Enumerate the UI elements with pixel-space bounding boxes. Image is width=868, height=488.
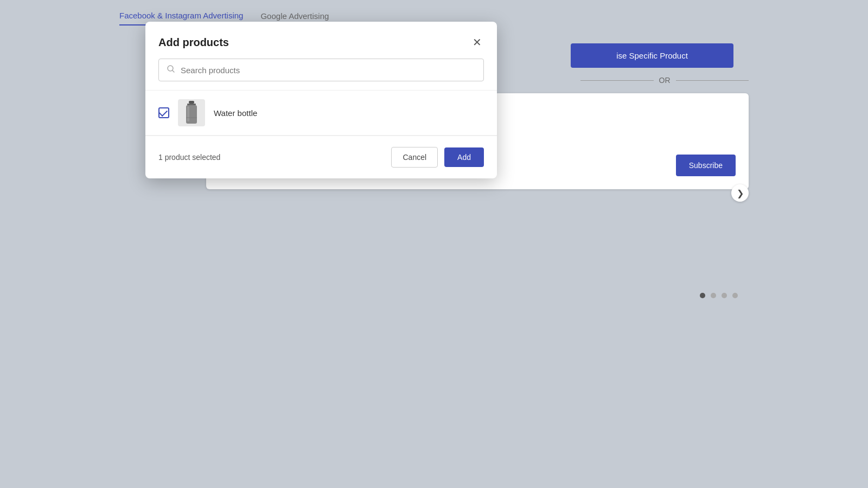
modal-title: Add products [158,36,229,49]
svg-rect-5 [187,106,189,121]
svg-rect-3 [187,104,196,105]
product-list: Water bottle [145,90,497,136]
or-line-left [580,80,654,81]
search-icon [167,65,175,75]
svg-rect-2 [189,101,194,104]
carousel-dots [700,293,738,298]
dot-3[interactable] [722,293,727,298]
next-arrow[interactable]: ❯ [731,184,749,202]
add-button[interactable]: Add [444,147,484,167]
modal-header: Add products ✕ [145,22,497,59]
product-checkbox-water-bottle[interactable] [158,107,169,118]
svg-line-1 [173,70,175,73]
search-container [158,59,484,81]
list-item[interactable]: Water bottle [145,91,497,136]
search-section [145,59,497,90]
dot-4[interactable] [732,293,738,298]
or-separator: OR [580,76,749,85]
selected-count: 1 product selected [158,153,220,162]
advertise-specific-product-button[interactable]: ise Specific Product [571,43,733,68]
footer-actions: Cancel Add [391,147,484,168]
product-name-water-bottle: Water bottle [214,108,257,118]
search-input[interactable] [181,66,476,75]
checkbox-checked-icon [158,107,169,118]
close-icon: ✕ [473,37,482,48]
subscribe-button[interactable]: Subscribe [676,155,736,176]
close-button[interactable]: ✕ [470,35,484,50]
dot-2[interactable] [711,293,716,298]
add-products-modal: Add products ✕ [145,22,497,178]
chevron-right-icon: ❯ [737,188,744,198]
cancel-button[interactable]: Cancel [391,147,438,168]
dot-1[interactable] [700,293,705,298]
svg-rect-6 [186,117,197,118]
product-thumbnail-water-bottle [178,99,205,126]
or-line-right [676,80,749,81]
modal-footer: 1 product selected Cancel Add [145,136,497,178]
